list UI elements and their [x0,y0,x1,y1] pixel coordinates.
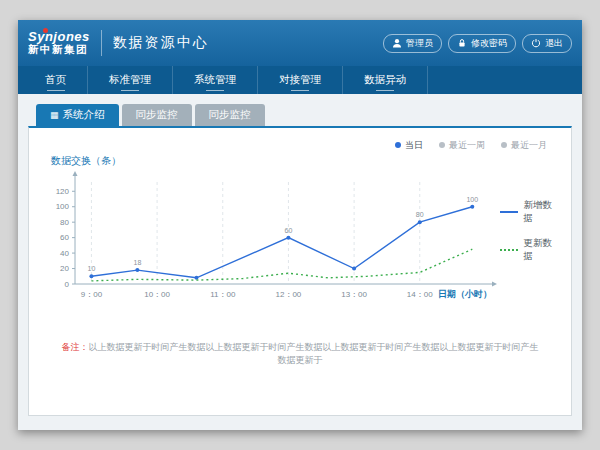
series-legend: 新增数据 更新数据 [500,199,557,263]
svg-text:12：00: 12：00 [276,290,302,299]
logout-label: 退出 [545,37,563,50]
logout-button[interactable]: 退出 [522,34,572,53]
line-chart-svg: 9：0010：0011：0012：0013：0014：0002040608010… [43,170,498,310]
logo-company-name: 新中新集团 [28,44,90,56]
tab-sync-monitor-1-label: 同步监控 [136,108,178,122]
admin-user-button[interactable]: 管理员 [383,34,442,53]
tab-sync-monitor-2[interactable]: 同步监控 [195,104,265,126]
admin-user-label: 管理员 [406,37,433,50]
svg-text:0: 0 [65,280,70,289]
solid-line-icon [500,211,518,213]
lock-icon [457,38,467,48]
app-window: Synjones 新中新集团 数据资源中心 管理员 修改密码 [18,20,582,430]
svg-text:9：00: 9：00 [81,290,103,299]
time-filter-legend: 当日 最近一周 最近一月 [43,136,557,150]
note-text: 以上数据更新于时间产生数据以上数据更新于时间产生数据以上数据更新于时间产生数据以… [89,342,539,365]
header-actions: 管理员 修改密码 退出 [383,34,572,53]
svg-text:13：00: 13：00 [341,290,367,299]
legend-dot [439,142,445,148]
legend-update-data[interactable]: 更新数据 [500,237,557,263]
svg-text:60: 60 [285,227,293,234]
legend-new-data[interactable]: 新增数据 [500,199,557,225]
logout-icon [531,38,541,48]
filter-last-week-label: 最近一周 [449,139,485,152]
svg-text:10: 10 [88,265,96,272]
svg-text:11：00: 11：00 [210,290,236,299]
tab-system-intro-label: 系统介绍 [63,108,105,122]
y-axis-title: 数据交换（条） [51,154,557,168]
grid-icon: ▦ [50,111,59,120]
tab-system-intro[interactable]: ▦ 系统介绍 [36,104,119,126]
dotted-line-icon [500,249,518,251]
content-area: ▦ 系统介绍 同步监控 同步监控 当日 [18,94,582,430]
svg-text:100: 100 [466,196,478,203]
nav-item-home[interactable]: 首页 [24,66,88,94]
filter-today[interactable]: 当日 [395,139,423,152]
tab-sync-monitor-2-label: 同步监控 [209,108,251,122]
nav-item-connection-management[interactable]: 对接管理 [258,66,343,94]
legend-new-data-label: 新增数据 [524,199,557,225]
legend-dot [395,142,401,148]
chart-row: 9：0010：0011：0012：0013：0014：0002040608010… [43,170,557,310]
legend-dot [501,142,507,148]
nav-item-system-management[interactable]: 系统管理 [173,66,258,94]
filter-last-month[interactable]: 最近一月 [501,139,547,152]
svg-text:18: 18 [133,259,141,266]
svg-text:14：00: 14：00 [407,290,433,299]
svg-text:60: 60 [60,233,69,242]
filter-today-label: 当日 [405,139,423,152]
chart-panel: 当日 最近一周 最近一月 数据交换（条） 9：0010：0011：0012：00… [28,126,572,416]
change-password-label: 修改密码 [471,37,507,50]
svg-text:日期（小时）: 日期（小时） [438,289,492,299]
svg-text:120: 120 [56,187,70,196]
filter-last-month-label: 最近一月 [511,139,547,152]
svg-text:80: 80 [416,211,424,218]
filter-last-week[interactable]: 最近一周 [439,139,485,152]
page-title: 数据资源中心 [113,34,209,52]
nav-item-standard-management[interactable]: 标准管理 [88,66,173,94]
tab-sync-monitor-1[interactable]: 同步监控 [122,104,192,126]
svg-text:40: 40 [60,249,69,258]
company-logo: Synjones 新中新集团 [28,30,90,56]
nav-item-data-change[interactable]: 数据异动 [343,66,428,94]
svg-text:10：00: 10：00 [144,290,170,299]
note-prefix: 备注： [62,342,89,352]
svg-text:20: 20 [60,264,69,273]
svg-text:100: 100 [56,202,70,211]
tab-bar: ▦ 系统介绍 同步监控 同步监控 [28,104,572,126]
legend-update-data-label: 更新数据 [524,237,557,263]
main-nav: 首页 标准管理 系统管理 对接管理 数据异动 [18,66,582,94]
logo-brand-text: Synjones [28,30,90,44]
user-icon [392,38,402,48]
change-password-button[interactable]: 修改密码 [448,34,516,53]
svg-text:80: 80 [60,218,69,227]
header-divider [101,30,102,56]
footer-note: 备注：以上数据更新于时间产生数据以上数据更新于时间产生数据以上数据更新于时间产生… [29,341,571,367]
desktop-background: Synjones 新中新集团 数据资源中心 管理员 修改密码 [0,0,600,450]
app-header: Synjones 新中新集团 数据资源中心 管理员 修改密码 [18,20,582,66]
